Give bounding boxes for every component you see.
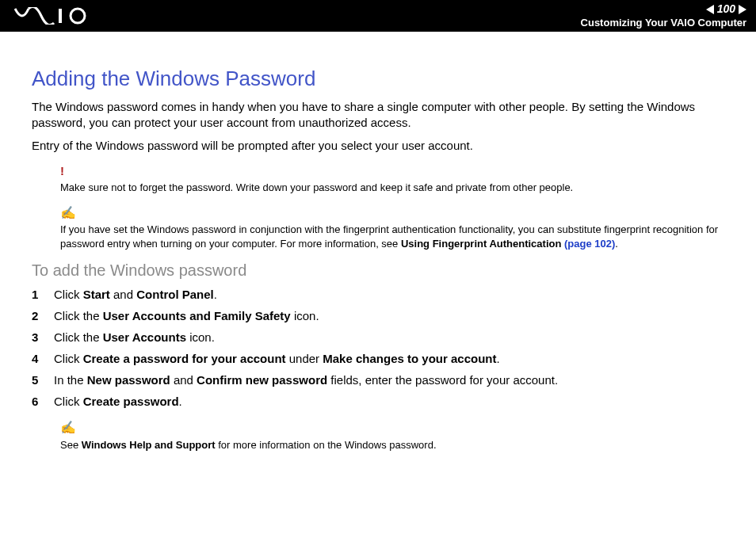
- fingerprint-auth-link[interactable]: (page 102): [564, 238, 615, 250]
- intro-paragraph-1: The Windows password comes in handy when…: [32, 99, 724, 132]
- tip-text-1: If you have set the Windows password in …: [60, 223, 724, 250]
- tip1-post: .: [615, 238, 618, 250]
- caution-text: Make sure not to forget the password. Wr…: [60, 181, 724, 195]
- svg-point-1: [71, 9, 85, 23]
- tip2-bold: Windows Help and Support: [82, 439, 216, 451]
- intro-paragraph-2: Entry of the Windows password will be pr…: [32, 138, 724, 154]
- breadcrumb: Customizing Your VAIO Computer: [581, 17, 746, 29]
- prev-page-arrow-icon[interactable]: [706, 5, 714, 14]
- page-nav: 100: [581, 2, 746, 17]
- vaio-logo-svg: [14, 7, 90, 25]
- tip1-bold: Using Fingerprint Authentication: [401, 238, 564, 250]
- page-title: Adding the Windows Password: [32, 67, 724, 91]
- header-bar: 100 Customizing Your VAIO Computer: [0, 0, 756, 32]
- header-right: 100 Customizing Your VAIO Computer: [581, 2, 746, 29]
- caution-icon: !: [60, 163, 724, 179]
- next-page-arrow-icon[interactable]: [739, 5, 746, 14]
- tip-block-2: ✍ See Windows Help and Support for more …: [60, 419, 724, 452]
- step-item: In the New password and Confirm new pass…: [32, 372, 724, 388]
- tip-block-1: ✍ If you have set the Windows password i…: [60, 204, 724, 251]
- subheading: To add the Windows password: [32, 261, 724, 280]
- tip-text-2: See Windows Help and Support for more in…: [60, 438, 724, 452]
- steps-list: Click Start and Control Panel. Click the…: [32, 286, 724, 410]
- svg-rect-0: [59, 9, 62, 23]
- step-item: Click Create a password for your account…: [32, 350, 724, 367]
- caution-block: ! Make sure not to forget the password. …: [60, 163, 724, 195]
- tip2-pre: See: [60, 439, 82, 451]
- tip-icon: ✍: [60, 204, 724, 222]
- step-item: Click the User Accounts icon.: [32, 329, 724, 345]
- page-content: Adding the Windows Password The Windows …: [0, 32, 756, 474]
- step-item: Click Create password.: [32, 393, 724, 410]
- tip-icon: ✍: [60, 419, 724, 437]
- page-number: 100: [717, 2, 735, 17]
- step-item: Click Start and Control Panel.: [32, 286, 724, 303]
- step-item: Click the User Accounts and Family Safet…: [32, 307, 724, 324]
- tip2-post: for more information on the Windows pass…: [216, 439, 437, 451]
- vaio-logo: [14, 7, 90, 25]
- tip1-pre: If you have set the Windows password in …: [60, 223, 718, 250]
